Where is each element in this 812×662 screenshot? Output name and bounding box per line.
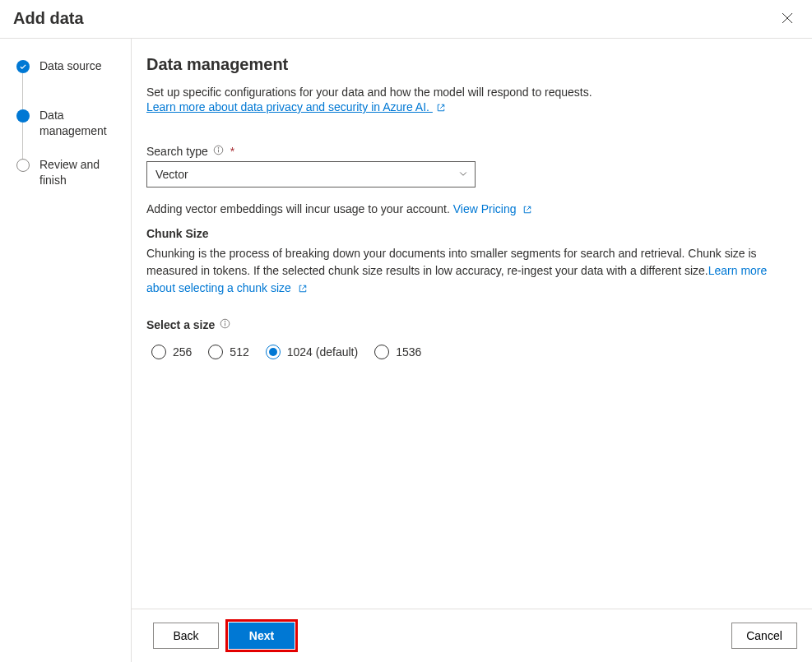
- search-type-label: Search type: [146, 145, 208, 158]
- external-link-icon: [436, 102, 446, 115]
- chunk-size-title: Chunk Size: [146, 227, 797, 240]
- required-marker: *: [230, 145, 234, 158]
- chunk-radio-1024[interactable]: 1024 (default): [266, 345, 358, 359]
- svg-point-5: [225, 321, 225, 322]
- footer-left: Back Next: [153, 623, 295, 649]
- add-data-dialog: Add data Data source Data management: [0, 0, 812, 662]
- search-type-hint: Adding vector embeddings will incur usag…: [146, 202, 797, 217]
- radio-icon: [266, 345, 281, 359]
- view-pricing-link[interactable]: View Pricing: [453, 202, 533, 215]
- chunk-radio-512[interactable]: 512: [208, 345, 248, 359]
- step-connector: [22, 73, 23, 109]
- hint-text: Adding vector embeddings will incur usag…: [146, 202, 453, 215]
- step-label: Data source: [39, 58, 101, 74]
- step-review-finish[interactable]: Review and finish: [16, 157, 124, 188]
- close-icon: [781, 15, 794, 27]
- chunk-desc-text: Chunking is the process of breaking down…: [146, 247, 757, 277]
- radio-label: 1024 (default): [287, 345, 358, 359]
- radio-label: 256: [173, 345, 192, 359]
- content: Data management Set up specific configur…: [132, 39, 812, 609]
- radio-label: 1536: [396, 345, 421, 359]
- link-text: View Pricing: [453, 202, 517, 215]
- dialog-footer: Back Next Cancel: [132, 609, 812, 662]
- radio-icon: [208, 345, 223, 359]
- select-value: Vector: [155, 168, 188, 181]
- link-text: Learn more about data privacy and securi…: [146, 100, 429, 113]
- radio-icon: [374, 345, 389, 359]
- chunk-size-desc: Chunking is the process of breaking down…: [146, 245, 797, 299]
- select-size-text: Select a size: [146, 318, 215, 331]
- chunk-radio-256[interactable]: 256: [151, 345, 192, 359]
- learn-more-link[interactable]: Learn more about data privacy and securi…: [146, 100, 446, 113]
- stepper: Data source Data management Review and f…: [0, 39, 132, 662]
- next-button[interactable]: Next: [229, 623, 295, 649]
- dialog-titlebar: Add data: [0, 0, 812, 38]
- external-link-icon: [298, 281, 308, 299]
- cancel-button[interactable]: Cancel: [731, 623, 797, 649]
- step-connector: [22, 123, 23, 159]
- search-type-select[interactable]: Vector: [146, 161, 476, 187]
- page-intro: Set up specific configurations for your …: [146, 86, 797, 99]
- back-button[interactable]: Back: [153, 623, 219, 649]
- radio-label: 512: [230, 345, 248, 359]
- step-label: Data management: [39, 108, 124, 139]
- dialog-body: Data source Data management Review and f…: [0, 39, 812, 662]
- field-label-row: Search type *: [146, 145, 797, 158]
- check-icon: [16, 60, 30, 73]
- info-icon[interactable]: [213, 145, 224, 158]
- current-step-icon: [16, 109, 30, 123]
- dialog-title: Add data: [13, 9, 84, 28]
- chunk-size-radios: 256 512 1024 (default) 1536: [146, 345, 797, 359]
- chevron-down-icon: [458, 168, 468, 181]
- step-data-management[interactable]: Data management: [16, 108, 124, 157]
- step-label: Review and finish: [39, 157, 124, 188]
- chunk-radio-1536[interactable]: 1536: [374, 345, 421, 359]
- footer-right: Cancel: [731, 623, 797, 649]
- info-icon[interactable]: [220, 318, 230, 331]
- external-link-icon: [522, 204, 532, 217]
- page-heading: Data management: [146, 55, 797, 74]
- search-type-field: Search type * Vector Adding vector em: [146, 145, 797, 359]
- radio-icon: [151, 345, 166, 359]
- main-panel: Data management Set up specific configur…: [132, 39, 812, 662]
- step-data-source[interactable]: Data source: [16, 58, 124, 108]
- upcoming-step-icon: [16, 159, 30, 172]
- select-size-label: Select a size: [146, 318, 797, 331]
- svg-point-2: [218, 147, 219, 148]
- close-button[interactable]: [776, 7, 799, 30]
